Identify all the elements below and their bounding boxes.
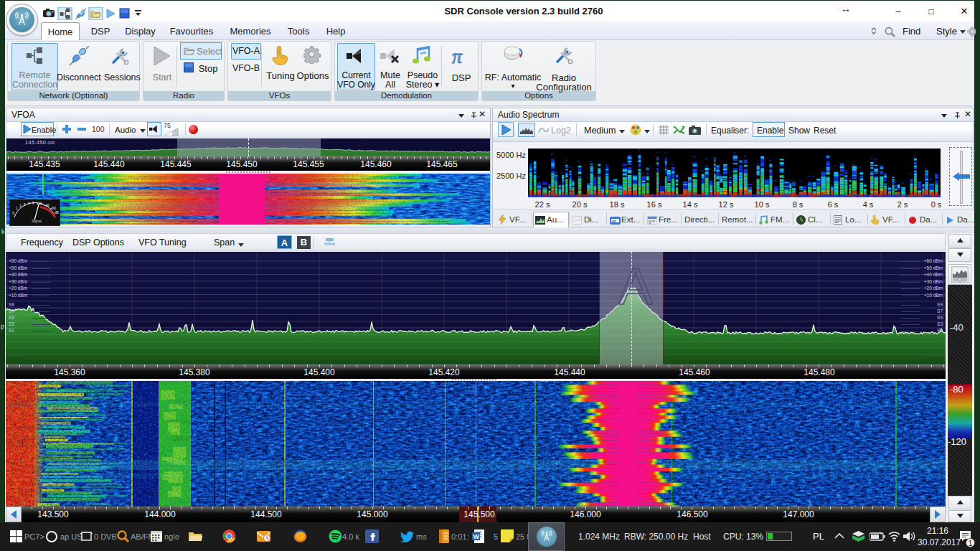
svg-text:+60: +60 (50, 207, 56, 210)
svg-text:+40: +40 (44, 204, 50, 207)
svg-text:Find: Find (903, 26, 920, 37)
svg-text:S: S (12, 212, 14, 215)
svg-text:Signal: Signal (32, 219, 42, 223)
svg-text:W: W (473, 533, 480, 540)
svg-text:A: A (618, 258, 653, 315)
svg-text:100: 100 (92, 125, 105, 133)
svg-text:Style: Style (936, 26, 957, 37)
svg-text:9: 9 (32, 202, 34, 205)
svg-text:π: π (452, 46, 463, 66)
svg-text:on: on (612, 219, 616, 223)
svg-text:75: 75 (164, 122, 171, 129)
svg-text:7: 7 (28, 202, 30, 206)
svg-text:dB: dB (55, 211, 59, 215)
svg-text:1: 1 (16, 207, 18, 210)
svg-text:+20: +20 (37, 202, 42, 206)
